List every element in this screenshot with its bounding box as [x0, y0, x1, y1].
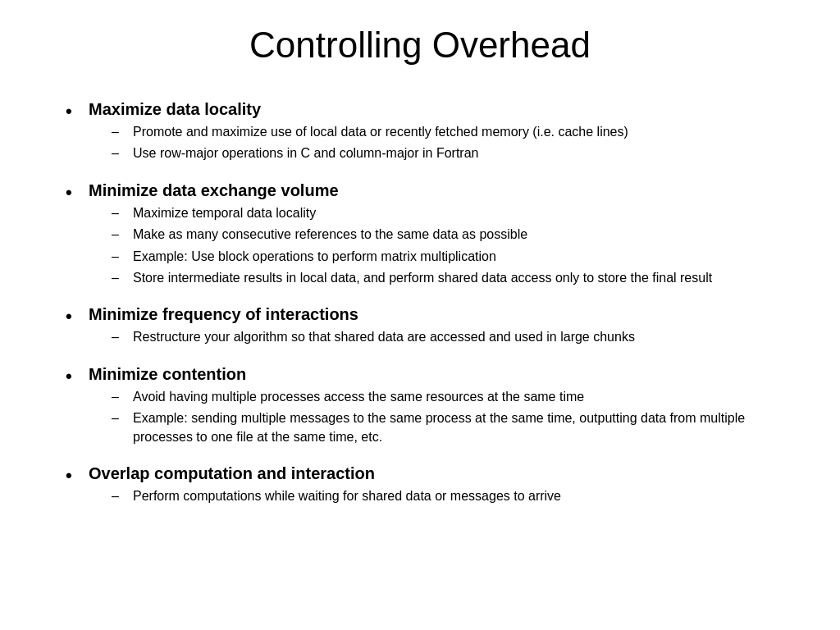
- sub-dash: –: [112, 269, 128, 287]
- sub-text: Promote and maximize use of local data o…: [133, 123, 628, 141]
- slide-content: •Maximize data locality–Promote and maxi…: [49, 98, 791, 605]
- sub-item: –Example: Use block operations to perfor…: [112, 248, 791, 266]
- bullet-item-minimize-frequency: •Minimize frequency of interactions–Rest…: [66, 304, 791, 354]
- bullet-text-minimize-frequency: Minimize frequency of interactions: [89, 304, 791, 325]
- sub-dash: –: [112, 409, 128, 427]
- bullet-dot: •: [66, 181, 82, 205]
- sub-list-minimize-frequency: –Restructure your algorithm so that shar…: [112, 328, 791, 349]
- bullet-dot: •: [66, 365, 82, 389]
- bullet-item-minimize-exchange: •Minimize data exchange volume–Maximize …: [66, 180, 791, 296]
- sub-text: Store intermediate results in local data…: [133, 269, 712, 287]
- sub-item: –Store intermediate results in local dat…: [112, 269, 791, 287]
- sub-item: –Perform computations while waiting for …: [112, 487, 791, 505]
- sub-dash: –: [112, 123, 128, 141]
- bullet-dot: •: [66, 100, 82, 124]
- bullet-text-minimize-exchange: Minimize data exchange volume: [89, 180, 791, 201]
- bullet-text-overlap-computation: Overlap computation and interaction: [89, 463, 791, 484]
- bullet-text-minimize-contention: Minimize contention: [89, 363, 791, 385]
- sub-list-maximize-locality: –Promote and maximize use of local data …: [112, 123, 791, 167]
- sub-item: –Maximize temporal data locality: [112, 204, 791, 222]
- sub-dash: –: [112, 248, 128, 266]
- sub-dash: –: [112, 204, 128, 222]
- sub-dash: –: [112, 328, 128, 346]
- sub-dash: –: [112, 388, 128, 406]
- sub-dash: –: [112, 226, 128, 244]
- bullet-dot: •: [66, 305, 82, 329]
- bullet-item-overlap-computation: •Overlap computation and interaction–Per…: [66, 463, 791, 514]
- sub-dash: –: [112, 487, 128, 505]
- sub-text: Avoid having multiple processes access t…: [133, 388, 584, 406]
- slide: Controlling Overhead •Maximize data loca…: [0, 0, 840, 630]
- sub-item: –Avoid having multiple processes access …: [112, 388, 791, 406]
- sub-text: Restructure your algorithm so that share…: [133, 328, 635, 346]
- sub-text: Make as many consecutive references to t…: [133, 226, 527, 244]
- sub-text: Use row-major operations in C and column…: [133, 144, 479, 162]
- bullet-dot: •: [66, 464, 82, 488]
- sub-dash: –: [112, 144, 128, 162]
- sub-item: –Promote and maximize use of local data …: [112, 123, 791, 141]
- main-bullet-list: •Maximize data locality–Promote and maxi…: [66, 98, 791, 514]
- bullet-item-minimize-contention: •Minimize contention–Avoid having multip…: [66, 363, 791, 454]
- sub-item: –Example: sending multiple messages to t…: [112, 409, 791, 446]
- sub-list-minimize-contention: –Avoid having multiple processes access …: [112, 388, 791, 450]
- sub-text: Maximize temporal data locality: [133, 204, 316, 222]
- sub-list-minimize-exchange: –Maximize temporal data locality–Make as…: [112, 204, 791, 291]
- slide-title: Controlling Overhead: [49, 25, 791, 74]
- sub-list-overlap-computation: –Perform computations while waiting for …: [112, 487, 791, 509]
- bullet-text-maximize-locality: Maximize data locality: [89, 98, 791, 120]
- sub-item: –Make as many consecutive references to …: [112, 226, 791, 244]
- sub-text: Example: sending multiple messages to th…: [133, 409, 791, 446]
- sub-text: Perform computations while waiting for s…: [133, 487, 561, 505]
- sub-item: –Use row-major operations in C and colum…: [112, 144, 791, 162]
- bullet-item-maximize-locality: •Maximize data locality–Promote and maxi…: [66, 98, 791, 171]
- sub-item: –Restructure your algorithm so that shar…: [112, 328, 791, 346]
- sub-text: Example: Use block operations to perform…: [133, 248, 496, 266]
